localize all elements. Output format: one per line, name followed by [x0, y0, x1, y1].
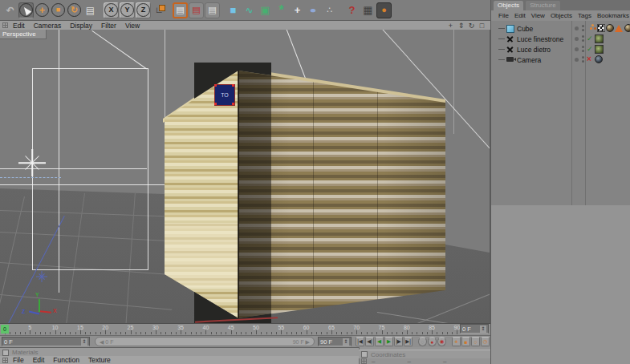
camera-tag[interactable] [595, 55, 603, 63]
record-keyframe-button[interactable]: ● [428, 337, 437, 346]
active-camera-marker[interactable]: × [587, 55, 591, 63]
tab-objects[interactable]: Objects [494, 1, 523, 10]
lock-z-axis-icon[interactable]: Z [136, 2, 151, 18]
editor-visibility-toggle[interactable] [575, 26, 579, 30]
previous-frame-button[interactable]: ◀| [365, 337, 374, 346]
viewport-menu-display[interactable]: Display [70, 22, 92, 30]
render-visibility-toggle[interactable] [582, 35, 585, 43]
ruler-frame-spinner[interactable]: 0 F ⇕ [460, 324, 489, 334]
end-frame-spinner[interactable]: 90 F ⇕ [318, 337, 352, 346]
objects-menu-objects[interactable]: Objects [551, 12, 572, 19]
camera-pan-icon[interactable]: + [445, 22, 456, 30]
view-label[interactable]: Perspective [0, 30, 47, 39]
warning-tag[interactable] [615, 25, 623, 32]
command-manager-icon[interactable]: ▦ [360, 2, 376, 18]
render-settings-icon[interactable]: ▤ [189, 2, 204, 18]
key-parameter-toggle[interactable]: ◷ [481, 337, 490, 346]
live-selection-icon[interactable] [18, 2, 34, 18]
panel-collapse-icon[interactable] [361, 351, 368, 358]
help-icon[interactable]: ? [344, 2, 360, 18]
add-particles-icon[interactable]: ∴ [322, 2, 337, 18]
add-hypernurbs-icon[interactable]: ▣ [258, 2, 273, 18]
active-tool-icon[interactable]: ▤ [83, 2, 98, 18]
key-rotation-toggle[interactable]: ○ [471, 337, 480, 346]
panel-collapse-icon[interactable] [2, 350, 9, 356]
scale-tool-icon[interactable]: ■ [51, 2, 66, 18]
materials-menu-file[interactable]: File [13, 356, 24, 364]
key-position-toggle[interactable]: + [452, 337, 461, 346]
add-array-icon[interactable]: * [274, 2, 289, 18]
key-scale-toggle[interactable]: ■ [461, 337, 470, 346]
goto-end-button[interactable]: ▶| [404, 337, 413, 346]
texture-tag[interactable] [595, 45, 604, 54]
spinner-stepper-icon[interactable]: ⇕ [343, 338, 349, 346]
drag-handle-icon[interactable] [2, 358, 8, 363]
tab-structure[interactable]: Structure [526, 1, 559, 10]
texture-tag[interactable] [595, 34, 604, 43]
autokey-toggle-button[interactable]: ◉ [437, 337, 446, 346]
viewport-menu-edit[interactable]: Edit [13, 22, 25, 30]
material-tag[interactable] [606, 24, 614, 32]
object-label[interactable]: Luce finestrone [517, 35, 563, 43]
current-frame-marker[interactable]: 0 [1, 325, 9, 334]
object-tree[interactable]: CubeLuce finestrone✓Luce dietro✓Camera× [491, 21, 630, 205]
toggle-view-icon[interactable]: □ [477, 22, 487, 30]
render-visibility-toggle[interactable] [582, 46, 585, 54]
play-backward-button[interactable]: ◀ [375, 337, 384, 346]
timeline-ruler[interactable]: 510152025303540455055606570758085900 [0, 323, 490, 335]
content-browser-icon[interactable]: ● [376, 2, 392, 18]
spinner-stepper-icon[interactable]: ⇕ [480, 326, 486, 333]
record-disabled-button[interactable]: ○ [418, 337, 427, 346]
current-frame-spinner[interactable]: 0 F ⇕ [2, 337, 90, 346]
render-visibility-toggle[interactable] [582, 56, 585, 64]
phong-tag[interactable] [588, 24, 596, 32]
viewport-3d[interactable]: Y X Z TO [0, 30, 490, 323]
texture-axis-badge[interactable]: TO [214, 84, 235, 106]
editor-visibility-toggle[interactable] [575, 37, 579, 41]
add-cube-icon[interactable]: ■ [226, 2, 241, 18]
next-frame-button[interactable]: |▶ [394, 337, 403, 346]
object-row-luce-finestrone[interactable]: Luce finestrone✓ [494, 34, 629, 44]
objects-menu-view[interactable]: View [531, 12, 545, 19]
coordinate-system-icon[interactable]: ∟ [152, 2, 167, 18]
objects-menu-bookmarks[interactable]: Bookmarks [597, 12, 629, 19]
viewport-menu-view[interactable]: View [125, 22, 140, 30]
objects-menu-edit[interactable]: Edit [514, 12, 526, 19]
objects-menu-tags[interactable]: Tags [578, 12, 591, 19]
object-row-luce-dietro[interactable]: Luce dietro✓ [494, 44, 629, 55]
spinner-stepper-icon[interactable]: ⇕ [81, 338, 87, 346]
render-view-icon[interactable]: ▤ [173, 2, 188, 18]
object-row-cube[interactable]: Cube [494, 23, 629, 34]
add-deformer-icon[interactable]: + [290, 2, 305, 18]
lock-x-axis-icon[interactable]: X [104, 2, 119, 18]
render-menu-icon[interactable]: ▤ [205, 2, 220, 18]
materials-menu-edit[interactable]: Edit [33, 356, 45, 364]
enabled-check-toggle[interactable]: ✓ [587, 34, 593, 42]
render-visibility-toggle[interactable] [582, 25, 585, 33]
add-environment-icon[interactable]: ● [306, 2, 321, 18]
preview-range-slider[interactable]: ◀ 0 F 90 F ▶ [95, 337, 315, 346]
viewport-menu-cameras[interactable]: Cameras [34, 22, 61, 30]
drag-handle-icon[interactable] [2, 22, 8, 28]
object-label[interactable]: Cube [517, 25, 533, 33]
enabled-check-toggle[interactable]: ✓ [587, 45, 593, 53]
viewport-menu-filter[interactable]: Filter [101, 22, 116, 30]
objects-menu-file[interactable]: File [498, 12, 509, 19]
editor-visibility-toggle[interactable] [575, 58, 579, 62]
editor-visibility-toggle[interactable] [575, 47, 579, 51]
material-tag[interactable] [624, 24, 630, 32]
compositing-tag[interactable] [597, 24, 605, 32]
camera-rotate-icon[interactable]: ↻ [466, 22, 477, 30]
undo-icon[interactable]: ↶ [2, 2, 18, 18]
move-tool-icon[interactable]: + [35, 2, 50, 18]
camera-zoom-icon[interactable]: ⇕ [456, 22, 466, 30]
object-label[interactable]: Camera [517, 56, 541, 64]
object-row-camera[interactable]: Camera× [494, 55, 629, 65]
add-spline-icon[interactable]: ∿ [242, 2, 257, 18]
goto-start-button[interactable]: |◀ [356, 337, 364, 346]
lock-y-axis-icon[interactable]: Y [120, 2, 135, 18]
materials-menu-texture[interactable]: Texture [88, 356, 111, 364]
rotate-tool-icon[interactable]: ↻ [67, 2, 82, 18]
materials-menu-function[interactable]: Function [53, 356, 79, 364]
drag-handle-icon[interactable] [361, 358, 367, 364]
